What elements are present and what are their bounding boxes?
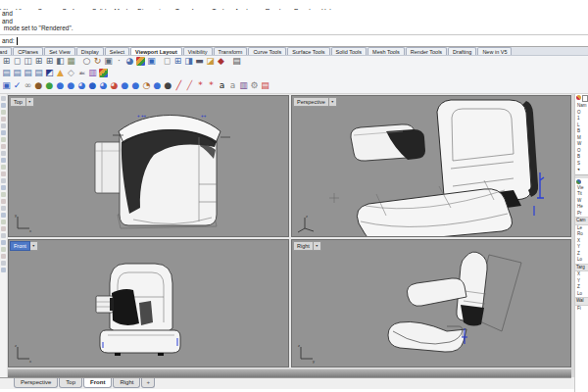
- viewport-perspective-label[interactable]: Perspective ▾: [293, 97, 337, 107]
- panel-viewport-icons[interactable]: [575, 178, 588, 185]
- four-viewports-alt-icon[interactable]: ⊞: [33, 56, 44, 67]
- toolbar-tab-set-view[interactable]: Set View: [44, 47, 75, 56]
- left-toolbar-icon-clipped[interactable]: [1, 213, 6, 218]
- viewport-right[interactable]: Right ▾ y z: [291, 239, 571, 368]
- left-toolbar-icon-clipped[interactable]: [1, 233, 6, 238]
- properties-tab-icon[interactable]: [576, 95, 581, 100]
- four-viewports-wide-icon[interactable]: ⊞: [44, 56, 55, 67]
- rotate-view-icon[interactable]: ↻: [92, 56, 103, 67]
- text-abc-icon[interactable]: abc: [76, 68, 87, 78]
- gear-icon[interactable]: ⚙: [249, 80, 260, 91]
- layers-tab-icon[interactable]: [582, 95, 588, 102]
- toolbar-tab-visibility[interactable]: Visibility: [183, 47, 213, 56]
- four-viewports-icon[interactable]: ⊞: [1, 56, 12, 67]
- text-a-light-icon[interactable]: a: [227, 80, 238, 91]
- globe-dark-icon[interactable]: ●: [163, 80, 173, 91]
- globe-4-icon[interactable]: ●: [87, 80, 98, 91]
- globe-5-icon[interactable]: ◕: [98, 80, 109, 91]
- screen-icon[interactable]: ▬: [194, 56, 205, 67]
- toolbar-tab-transform[interactable]: Transform: [214, 47, 248, 56]
- save-icon[interactable]: ▣: [1, 80, 12, 91]
- globe-2-icon[interactable]: ●: [66, 80, 76, 91]
- dot-icon[interactable]: ·: [114, 56, 124, 67]
- toolbar-tab-mesh-tools[interactable]: Mesh Tools: [368, 47, 405, 56]
- left-toolbar-icon-clipped[interactable]: [1, 96, 6, 101]
- toolbar-tab-curve-tools[interactable]: Curve Tools: [248, 47, 286, 56]
- doc-2-icon[interactable]: ▤: [12, 68, 23, 78]
- left-toolbar-icon-clipped[interactable]: [1, 165, 6, 170]
- toolbar-tab-render-tools[interactable]: Render Tools: [406, 47, 447, 56]
- globe-7-icon[interactable]: ●: [130, 80, 141, 91]
- toolbar-tab-select[interactable]: Select: [105, 47, 129, 56]
- toolbar-tab-solid-tools[interactable]: Solid Tools: [331, 47, 368, 56]
- panel-object-row[interactable]: ◂: [575, 167, 588, 173]
- swatch-icon[interactable]: ◩: [44, 68, 55, 78]
- toolbar-tab-drafting[interactable]: Drafting: [448, 47, 476, 56]
- pencil-red-2-icon[interactable]: ╱: [184, 80, 195, 91]
- left-toolbar-icon-clipped[interactable]: [1, 247, 6, 252]
- display-modes-icon[interactable]: [136, 57, 145, 66]
- left-toolbar-icon-clipped[interactable]: [1, 103, 6, 108]
- left-toolbar-icon-clipped[interactable]: [1, 240, 6, 245]
- history-icon[interactable]: ●: [33, 80, 44, 91]
- viewport-tab-perspective[interactable]: Perspective: [14, 378, 58, 388]
- notes-icon[interactable]: ▥: [238, 80, 249, 91]
- panel-object-row[interactable]: Nam: [575, 103, 588, 110]
- globe-red-icon[interactable]: ◕: [109, 80, 120, 91]
- left-toolbar-icon-clipped[interactable]: [1, 268, 6, 272]
- single-viewport-icon[interactable]: ◻: [12, 56, 23, 67]
- viewport-tab-front[interactable]: Front: [83, 378, 112, 388]
- active-viewport-icon[interactable]: ▣: [103, 56, 114, 67]
- diamond-icon[interactable]: ◇: [66, 68, 76, 78]
- left-toolbar-icon-clipped[interactable]: [1, 199, 6, 204]
- left-toolbar-icon-clipped[interactable]: [1, 185, 6, 190]
- annotate-2-icon[interactable]: *: [206, 80, 217, 91]
- pencil-red-icon[interactable]: ╱: [173, 80, 184, 91]
- panel-tab-icons[interactable]: [575, 94, 588, 103]
- print-view-icon[interactable]: ▤: [231, 56, 242, 67]
- left-toolbar-icon-clipped[interactable]: [1, 226, 6, 231]
- new-layout-icon[interactable]: ⊞: [172, 56, 183, 67]
- globe-3-icon[interactable]: ◕: [76, 80, 87, 91]
- left-toolbar-icon-clipped[interactable]: [1, 261, 6, 266]
- left-toolbar-icon-clipped[interactable]: [1, 151, 6, 156]
- toolbar-tab-new-in-v5[interactable]: New in V5: [477, 47, 512, 56]
- viewport-top[interactable]: Top ▾ + ++ ++ x: [8, 95, 289, 237]
- globe-6-icon[interactable]: ●: [120, 80, 130, 91]
- split-horizontal-icon[interactable]: ◫: [23, 56, 33, 67]
- left-toolbar-icon-clipped[interactable]: [1, 144, 6, 149]
- viewport-tab-right[interactable]: Right: [113, 378, 140, 388]
- render-icon[interactable]: ◔: [141, 80, 152, 91]
- viewport-perspective-title[interactable]: Perspective: [293, 97, 329, 107]
- sphere-icon[interactable]: ○: [81, 56, 92, 67]
- command-prompt[interactable]: and:: [0, 34, 588, 47]
- check-icon[interactable]: ✓: [12, 80, 23, 91]
- panel-viewport-group[interactable]: Cam: [575, 217, 588, 225]
- viewport-bottom-scroll-strip[interactable]: [8, 368, 571, 377]
- left-toolbar-icon-clipped[interactable]: [1, 254, 6, 259]
- pane-screen-icon[interactable]: ◨: [183, 56, 194, 67]
- book-icon[interactable]: ▥: [87, 68, 98, 78]
- panel-viewport-group[interactable]: Targ: [575, 264, 588, 272]
- left-toolbar-icon-clipped[interactable]: [1, 110, 6, 115]
- left-toolbar-icon-clipped[interactable]: [1, 172, 6, 176]
- viewport-image-icon[interactable]: ▦: [66, 56, 76, 67]
- doc-4-icon[interactable]: ▤: [33, 68, 44, 78]
- left-toolbar-icon-clipped[interactable]: [1, 192, 6, 197]
- pin-layout-icon[interactable]: ◆: [216, 56, 226, 67]
- panel-viewport-group[interactable]: Wal: [575, 297, 588, 306]
- properties-panel-clipped[interactable]: NamO1LBMWOBS◂ VieTitWHePrCamLeRoXYZLoTar…: [574, 94, 588, 392]
- doc-1-icon[interactable]: ▤: [1, 68, 12, 78]
- left-toolbar-icon-clipped[interactable]: [1, 158, 6, 163]
- shaded-pane-icon[interactable]: ▣: [146, 56, 157, 67]
- viewport-perspective[interactable]: Perspective ▾ z: [291, 95, 571, 237]
- viewport-right-title[interactable]: Right: [293, 241, 314, 251]
- left-toolbar-icon-clipped[interactable]: [1, 123, 6, 128]
- chevron-down-icon[interactable]: ▾: [30, 241, 38, 251]
- chevron-down-icon[interactable]: ▾: [314, 241, 321, 251]
- left-toolbar-icon-clipped[interactable]: [1, 137, 6, 142]
- viewport-top-title[interactable]: Top: [10, 97, 26, 107]
- three-viewports-icon[interactable]: ◧: [55, 56, 66, 67]
- globe-1-icon[interactable]: ●: [55, 80, 66, 91]
- sphere-green-icon[interactable]: ●: [44, 80, 55, 91]
